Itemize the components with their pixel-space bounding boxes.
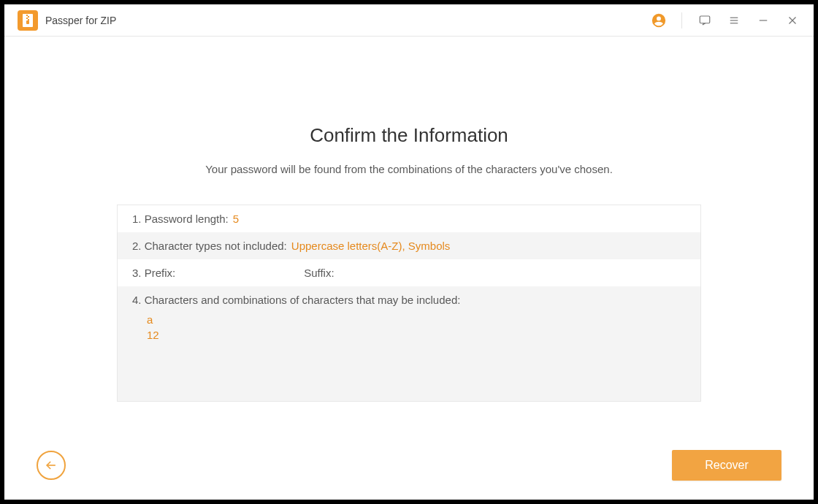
- svg-rect-2: [28, 16, 29, 18]
- arrow-left-icon: [44, 458, 58, 473]
- account-icon[interactable]: [648, 9, 670, 31]
- feedback-icon[interactable]: [694, 9, 716, 31]
- svg-rect-3: [26, 18, 28, 19]
- close-button[interactable]: [781, 9, 803, 31]
- combinations-label: 4. Characters and combinations of charac…: [132, 294, 686, 306]
- row-combinations: 4. Characters and combinations of charac…: [118, 286, 700, 401]
- prefix-label: 3. Prefix:: [132, 267, 175, 279]
- app-title: Passper for ZIP: [45, 15, 116, 26]
- row-prefix-suffix: 3. Prefix: Suffix:: [118, 259, 700, 286]
- row-char-types: 2. Character types not included: Upperca…: [118, 232, 700, 259]
- combination-line-2: 12: [147, 327, 686, 343]
- row-password-length: 1. Password length: 5: [118, 205, 700, 232]
- footer: Recover: [4, 450, 814, 481]
- titlebar-separator: [681, 12, 682, 28]
- app-icon: [18, 10, 38, 31]
- page-heading: Confirm the Information: [310, 124, 508, 147]
- titlebar: Passper for ZIP: [4, 4, 814, 37]
- app-window: Passper for ZIP Confirm the Information …: [4, 4, 814, 500]
- password-length-value: 5: [233, 213, 239, 225]
- main-content: Confirm the Information Your password wi…: [4, 37, 814, 500]
- svg-rect-1: [26, 15, 28, 16]
- confirmation-box: 1. Password length: 5 2. Character types…: [117, 205, 701, 402]
- char-types-value: Uppercase letters(A-Z), Symbols: [291, 240, 451, 252]
- suffix-label: Suffix:: [180, 267, 334, 279]
- back-button[interactable]: [37, 451, 66, 480]
- minimize-button[interactable]: [752, 9, 774, 31]
- svg-rect-6: [700, 16, 710, 23]
- recover-button[interactable]: Recover: [672, 450, 781, 481]
- svg-rect-5: [26, 20, 29, 24]
- page-subheading: Your password will be found from the com…: [205, 163, 613, 175]
- char-types-label: 2. Character types not included:: [132, 240, 287, 252]
- svg-rect-4: [28, 19, 29, 20]
- password-length-label: 1. Password length:: [132, 213, 229, 225]
- menu-icon[interactable]: [723, 9, 745, 31]
- combination-line-1: a: [147, 312, 686, 327]
